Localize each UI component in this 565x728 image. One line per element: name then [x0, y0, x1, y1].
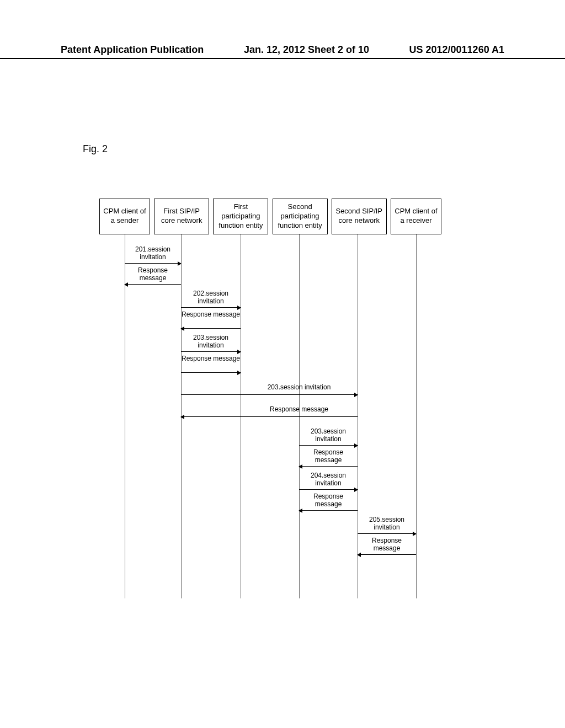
arrow-203e-response: [299, 466, 358, 467]
header-center: Jan. 12, 2012 Sheet 2 of 10: [244, 44, 369, 56]
msg-201-response: Response message: [125, 266, 181, 282]
header-right: US 2012/0011260 A1: [409, 44, 504, 56]
actor-second-participating: Second participating function entity: [273, 199, 328, 234]
arrow-203a-invitation: [181, 351, 241, 352]
arrow-203c-response: [181, 416, 358, 417]
sequence-diagram: CPM client of a sender First SIP/IP core…: [99, 199, 441, 598]
msg-201-invitation: 201.session invitation: [125, 245, 181, 261]
actor-second-sipip: Second SIP/IP core network: [332, 199, 387, 234]
arrow-203e-invitation: [299, 445, 358, 446]
msg-205-invitation: 205.session invitation: [358, 516, 416, 532]
msg-203e-response: Response message: [299, 448, 358, 464]
arrow-205-response: [358, 554, 416, 555]
msg-203e-invitation: 203.session invitation: [299, 427, 358, 443]
lifelines: 201.session invitation Response message …: [99, 234, 441, 598]
msg-203c-invitation: 203.session invitation: [241, 383, 358, 391]
lifeline-6: [416, 234, 417, 598]
msg-204-invitation: 204.session invitation: [299, 472, 358, 488]
msg-203a-response: Response message: [181, 355, 241, 362]
actor-first-sipip: First SIP/IP core network: [154, 199, 209, 234]
header-left: Patent Application Publication: [61, 44, 204, 56]
msg-205-response: Response message: [358, 537, 416, 553]
actor-row: CPM client of a sender First SIP/IP core…: [99, 199, 441, 234]
arrow-202-response: [181, 328, 241, 329]
msg-203c-response: Response message: [241, 405, 358, 413]
arrow-204-response: [299, 510, 358, 511]
lifeline-1: [125, 234, 125, 598]
arrow-201-response: [125, 284, 181, 285]
arrow-201-invitation: [125, 263, 181, 264]
figure-label: Fig. 2: [83, 143, 108, 155]
actor-cpm-receiver: CPM client of a receiver: [391, 199, 441, 234]
arrow-203c-invitation: [181, 394, 358, 395]
arrow-204-invitation: [299, 489, 358, 490]
arrow-203a-response: [181, 372, 241, 373]
msg-203a-invitation: 203.session invitation: [181, 334, 241, 350]
arrow-202-invitation: [181, 307, 241, 308]
actor-first-participating: First participating function entity: [213, 199, 268, 234]
actor-cpm-sender: CPM client of a sender: [99, 199, 150, 234]
msg-202-invitation: 202.session invitation: [181, 290, 241, 306]
page-header: Patent Application Publication Jan. 12, …: [0, 44, 565, 59]
msg-204-response: Response message: [299, 493, 358, 508]
arrow-205-invitation: [358, 533, 416, 534]
msg-202-response: Response message: [181, 311, 241, 318]
